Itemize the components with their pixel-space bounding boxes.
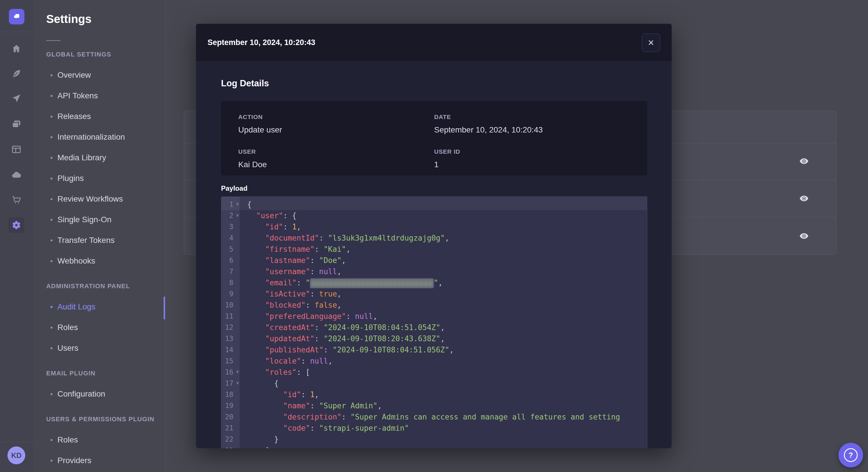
sidebar-item-single-sign-on[interactable]: Single Sign-On <box>33 209 165 230</box>
sidebar-item-label: Review Workflows <box>57 194 123 204</box>
detail-field: DATESeptember 10, 2024, 10:20:43 <box>434 113 630 134</box>
sidebar-section: USERS & PERMISSIONS PLUGINRolesProviders <box>33 409 165 471</box>
code-line-17: 17∨ { <box>221 378 647 389</box>
token-key: "roles" <box>265 368 297 376</box>
code-line-4: 4 "documentId": "ls3uk3g1xm4ltdrdugzajg0… <box>221 233 647 244</box>
sidebar-item-overview[interactable]: Overview <box>33 65 165 86</box>
token-punct: , <box>337 267 342 276</box>
code-text: "user": { <box>240 210 647 222</box>
token-key: "name" <box>283 401 310 410</box>
token-punct: : <box>310 290 319 298</box>
media-library-icon[interactable] <box>8 116 24 133</box>
fold-chevron-icon[interactable]: ∨ <box>236 202 239 206</box>
token-key: "lastname" <box>265 256 310 265</box>
bullet-icon <box>51 136 53 138</box>
section-label: ADMINISTRATION PANEL <box>33 276 165 297</box>
token-str: "2024-09-10T08:04:51.054Z" <box>323 323 440 332</box>
view-log-eye-icon[interactable] <box>798 155 810 167</box>
line-number: 4 <box>221 233 240 244</box>
feather-icon[interactable] <box>8 66 24 82</box>
sidebar-item-label: Overview <box>57 71 91 80</box>
fold-chevron-icon[interactable]: ∨ <box>236 213 239 217</box>
help-button[interactable]: ? <box>838 443 863 467</box>
code-text: "id": 1, <box>240 389 647 400</box>
sidebar-item-label: Plugins <box>57 174 84 183</box>
code-line-11: 11 "preferedLanguage": null, <box>221 311 647 322</box>
sidebar-item-label: Transfer Tokens <box>57 236 115 245</box>
view-log-eye-icon[interactable] <box>798 192 810 205</box>
code-line-10: 10 "blocked": false, <box>221 300 647 311</box>
send-icon[interactable] <box>8 90 24 106</box>
token-punct: , <box>297 223 301 231</box>
bullet-icon <box>51 239 53 241</box>
strapi-logo-glyph <box>12 12 21 21</box>
token-punct: : <box>301 390 310 399</box>
line-number: 23 <box>221 445 240 448</box>
line-number: 8 <box>221 277 240 289</box>
token-punct: : <box>310 267 319 276</box>
token-bool: false <box>315 301 337 309</box>
sidebar-item-roles[interactable]: Roles <box>33 430 165 450</box>
detail-field: ACTIONUpdate user <box>238 113 434 134</box>
code-line-1: 1∨{ <box>221 199 647 210</box>
bullet-icon <box>51 306 53 308</box>
code-line-14: 14 "publishedAt": "2024-09-10T08:04:51.0… <box>221 344 647 356</box>
token-str: "strapi-super-admin" <box>319 424 409 432</box>
sidebar-item-review-workflows[interactable]: Review Workflows <box>33 189 165 209</box>
code-lines: 1∨{2∨ "user": {3 "id": 1,4 "documentId":… <box>221 199 647 448</box>
sidebar-item-label: Providers <box>57 456 91 465</box>
user-avatar[interactable]: KD <box>7 446 25 464</box>
sidebar-item-users[interactable]: Users <box>33 338 165 359</box>
sidebar-item-plugins[interactable]: Plugins <box>33 168 165 189</box>
detail-value: September 10, 2024, 10:20:43 <box>434 125 630 134</box>
sidebar-item-api-tokens[interactable]: API Tokens <box>33 86 165 106</box>
sidebar-item-transfer-tokens[interactable]: Transfer Tokens <box>33 230 165 250</box>
sidebar-item-internationalization[interactable]: Internationalization <box>33 127 165 147</box>
sidebar-item-audit-logs[interactable]: Audit Logs <box>33 297 165 317</box>
sidebar-item-providers[interactable]: Providers <box>33 450 165 471</box>
code-line-22: 22 } <box>221 434 647 445</box>
code-text: "code": "strapi-super-admin" <box>240 423 647 434</box>
code-line-15: 15 "locale": null, <box>221 356 647 367</box>
home-icon[interactable] <box>8 41 24 57</box>
modal-header: September 10, 2024, 10:20:43 × <box>196 24 672 62</box>
fold-chevron-icon[interactable]: ∨ <box>236 380 239 385</box>
layout-icon[interactable] <box>8 141 24 158</box>
sidebar-item-configuration[interactable]: Configuration <box>33 384 165 404</box>
code-line-13: 13 "updatedAt": "2024-09-10T08:20:43.638… <box>221 333 647 344</box>
cloud-icon[interactable] <box>8 167 24 183</box>
code-line-7: 7 "username": null, <box>221 266 647 277</box>
token-str: "Kai" <box>323 245 346 254</box>
token-punct: : <box>306 301 315 309</box>
payload-code-viewer[interactable]: 1∨{2∨ "user": {3 "id": 1,4 "documentId":… <box>221 196 647 448</box>
code-line-16: 16∨ "roles": [ <box>221 367 647 378</box>
section-label: GLOBAL SETTINGS <box>33 44 165 65</box>
token-null: null <box>355 312 373 321</box>
close-button[interactable]: × <box>642 34 660 52</box>
token-punct: : <box>315 323 323 332</box>
token-punct: : <box>319 234 328 242</box>
token-bool: true <box>319 290 337 298</box>
view-log-eye-icon[interactable] <box>798 230 810 242</box>
token-key: "locale" <box>265 357 301 365</box>
code-text: "documentId": "ls3uk3g1xm4ltdrdugzajg0g"… <box>240 233 647 244</box>
settings-sidebar: Settings GLOBAL SETTINGSOverviewAPI Toke… <box>33 0 165 472</box>
code-text: { <box>240 199 647 210</box>
token-key: "code" <box>283 424 310 432</box>
sidebar-item-label: Users <box>57 343 79 353</box>
bullet-icon <box>51 219 53 221</box>
gear-icon[interactable] <box>8 217 24 233</box>
strapi-logo[interactable] <box>9 9 24 24</box>
token-punct: : <box>310 256 319 265</box>
sidebar-item-webhooks[interactable]: Webhooks <box>33 250 165 271</box>
line-number: 7 <box>221 266 240 277</box>
fold-chevron-icon[interactable]: ∨ <box>236 369 239 374</box>
token-str: " <box>434 278 438 287</box>
sidebar-item-roles[interactable]: Roles <box>33 317 165 338</box>
cart-icon[interactable] <box>8 192 24 208</box>
sidebar-item-media-library[interactable]: Media Library <box>33 147 165 168</box>
line-number: 17∨ <box>221 378 240 389</box>
bullet-icon <box>51 115 53 117</box>
sidebar-scrollbar-thumb[interactable] <box>164 297 165 319</box>
sidebar-item-releases[interactable]: Releases <box>33 106 165 127</box>
